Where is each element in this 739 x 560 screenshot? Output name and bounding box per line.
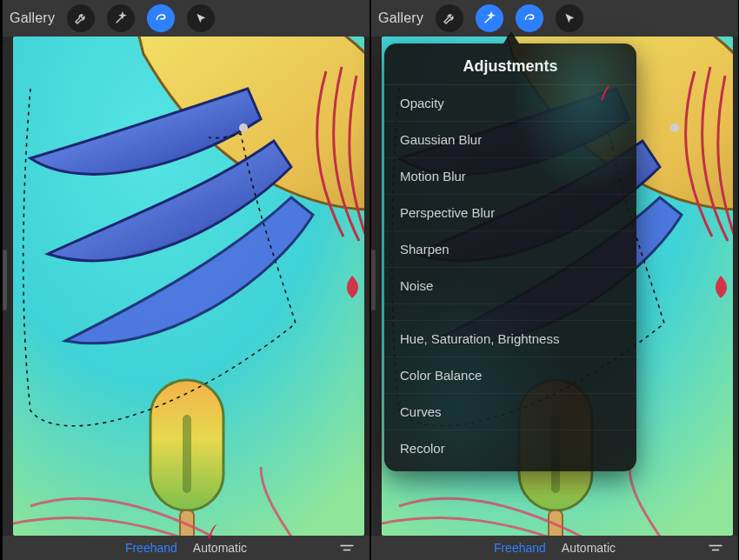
selection-icon[interactable] — [147, 4, 175, 32]
checkmark-icon — [593, 82, 614, 103]
adjustment-curves[interactable]: Curves — [384, 393, 636, 430]
panel-divider — [384, 303, 636, 320]
panel-title: Adjustments — [384, 43, 636, 84]
topbar: Gallery — [3, 0, 370, 37]
bottombar: Freehand Automatic — [371, 536, 738, 560]
adjustment-noise[interactable]: Noise — [384, 267, 636, 303]
adjustment-color-balance[interactable]: Color Balance — [384, 357, 636, 393]
pointer-icon[interactable] — [556, 4, 583, 32]
mode-freehand[interactable]: Freehand — [125, 541, 177, 555]
adjustment-sharpen[interactable]: Sharpen — [384, 230, 636, 267]
pane-right: Gallery — [371, 0, 738, 560]
adjustment-gaussian-blur[interactable]: Gaussian Blur — [384, 121, 636, 157]
mode-automatic[interactable]: Automatic — [193, 541, 247, 555]
adjustment-hsb[interactable]: Hue, Saturation, Brightness — [384, 320, 636, 357]
wrench-icon[interactable] — [67, 4, 95, 32]
gallery-button[interactable]: Gallery — [10, 10, 55, 26]
svg-rect-2 — [183, 415, 191, 493]
options-icon[interactable] — [707, 543, 724, 553]
wand-icon[interactable] — [107, 4, 135, 32]
adjustment-motion-blur[interactable]: Motion Blur — [384, 157, 636, 194]
canvas[interactable] — [13, 37, 364, 536]
pane-left: Gallery — [3, 0, 370, 560]
wrench-icon[interactable] — [436, 4, 463, 32]
checkmark-icon — [201, 522, 220, 541]
wand-icon[interactable] — [476, 4, 503, 32]
options-icon[interactable] — [338, 543, 356, 553]
selection-handle[interactable] — [239, 123, 248, 132]
adjustments-panel: Adjustments Opacity Gaussian Blur Motion… — [384, 43, 636, 471]
selection-handle[interactable] — [670, 123, 679, 132]
gallery-button[interactable]: Gallery — [378, 10, 423, 26]
mode-automatic[interactable]: Automatic — [562, 541, 616, 555]
mode-freehand[interactable]: Freehand — [494, 541, 546, 555]
comparison-stage: Gallery — [0, 0, 739, 560]
bottombar: Freehand Automatic — [3, 536, 370, 560]
sidebar-handle[interactable] — [3, 250, 7, 310]
selection-icon[interactable] — [516, 4, 543, 32]
adjustment-perspective-blur[interactable]: Perspective Blur — [384, 194, 636, 230]
sidebar-handle[interactable] — [371, 250, 376, 310]
topbar: Gallery — [371, 0, 738, 37]
artwork — [13, 37, 364, 536]
pointer-icon[interactable] — [187, 4, 215, 32]
panel-arrow — [503, 31, 519, 43]
adjustment-recolor[interactable]: Recolor — [384, 430, 636, 471]
